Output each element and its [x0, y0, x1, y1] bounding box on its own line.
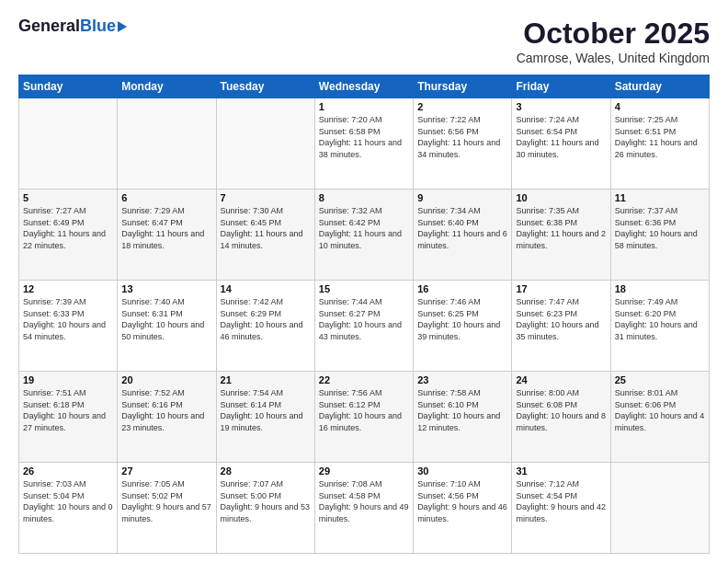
- day-number: 21: [221, 374, 311, 385]
- calendar-cell: 25Sunrise: 8:01 AM Sunset: 6:06 PM Dayli…: [610, 372, 709, 463]
- calendar-header-sunday: Sunday: [19, 75, 118, 98]
- day-number: 31: [516, 465, 606, 477]
- calendar-week-row: 5Sunrise: 7:27 AM Sunset: 6:49 PM Daylig…: [19, 190, 710, 281]
- calendar-header-wednesday: Wednesday: [314, 75, 413, 98]
- calendar-cell: [216, 98, 314, 190]
- day-number: 27: [121, 465, 211, 477]
- day-number: 9: [417, 192, 507, 203]
- calendar-cell: 27Sunrise: 7:05 AM Sunset: 5:02 PM Dayli…: [118, 463, 216, 554]
- day-info: Sunrise: 7:12 AM Sunset: 4:54 PM Dayligh…: [516, 478, 606, 524]
- day-number: 29: [319, 465, 409, 477]
- calendar-header-row: SundayMondayTuesdayWednesdayThursdayFrid…: [19, 75, 710, 98]
- calendar-cell: 6Sunrise: 7:29 AM Sunset: 6:47 PM Daylig…: [118, 190, 216, 281]
- calendar-cell: 24Sunrise: 8:00 AM Sunset: 6:08 PM Dayli…: [512, 372, 610, 463]
- calendar-table: SundayMondayTuesdayWednesdayThursdayFrid…: [18, 75, 710, 554]
- day-number: 3: [516, 101, 606, 112]
- day-info: Sunrise: 7:25 AM Sunset: 6:51 PM Dayligh…: [615, 114, 705, 160]
- day-number: 8: [319, 192, 409, 203]
- day-info: Sunrise: 7:44 AM Sunset: 6:27 PM Dayligh…: [319, 296, 409, 342]
- day-number: 13: [121, 283, 211, 294]
- calendar-cell: 1Sunrise: 7:20 AM Sunset: 6:58 PM Daylig…: [314, 98, 413, 190]
- day-number: 15: [319, 283, 409, 294]
- day-number: 4: [615, 101, 705, 112]
- title-block: October 2025 Camrose, Wales, United King…: [517, 17, 710, 65]
- calendar-cell: 15Sunrise: 7:44 AM Sunset: 6:27 PM Dayli…: [314, 281, 413, 372]
- day-number: 28: [221, 465, 311, 477]
- calendar-cell: 31Sunrise: 7:12 AM Sunset: 4:54 PM Dayli…: [512, 463, 610, 554]
- day-info: Sunrise: 7:51 AM Sunset: 6:18 PM Dayligh…: [23, 387, 113, 433]
- day-number: 12: [23, 283, 113, 294]
- calendar-cell: 20Sunrise: 7:52 AM Sunset: 6:16 PM Dayli…: [118, 372, 216, 463]
- day-info: Sunrise: 7:24 AM Sunset: 6:54 PM Dayligh…: [516, 114, 606, 160]
- calendar-cell: 13Sunrise: 7:40 AM Sunset: 6:31 PM Dayli…: [118, 281, 216, 372]
- day-info: Sunrise: 7:47 AM Sunset: 6:23 PM Dayligh…: [516, 296, 606, 342]
- day-info: Sunrise: 8:01 AM Sunset: 6:06 PM Dayligh…: [615, 387, 705, 433]
- calendar-week-row: 12Sunrise: 7:39 AM Sunset: 6:33 PM Dayli…: [19, 281, 710, 372]
- day-number: 5: [23, 192, 113, 203]
- day-number: 30: [417, 465, 507, 477]
- day-info: Sunrise: 7:05 AM Sunset: 5:02 PM Dayligh…: [121, 478, 211, 524]
- location: Camrose, Wales, United Kingdom: [517, 51, 710, 65]
- calendar-cell: 5Sunrise: 7:27 AM Sunset: 6:49 PM Daylig…: [19, 190, 118, 281]
- day-info: Sunrise: 7:07 AM Sunset: 5:00 PM Dayligh…: [221, 478, 311, 524]
- day-info: Sunrise: 7:30 AM Sunset: 6:45 PM Dayligh…: [221, 205, 311, 251]
- day-number: 14: [221, 283, 311, 294]
- day-info: Sunrise: 7:32 AM Sunset: 6:42 PM Dayligh…: [319, 205, 409, 251]
- calendar-cell: 18Sunrise: 7:49 AM Sunset: 6:20 PM Dayli…: [610, 281, 709, 372]
- day-number: 22: [319, 374, 409, 385]
- day-number: 2: [417, 101, 507, 112]
- calendar-week-row: 1Sunrise: 7:20 AM Sunset: 6:58 PM Daylig…: [19, 98, 710, 190]
- calendar-cell: 23Sunrise: 7:58 AM Sunset: 6:10 PM Dayli…: [414, 372, 512, 463]
- calendar-cell: 10Sunrise: 7:35 AM Sunset: 6:38 PM Dayli…: [512, 190, 610, 281]
- day-number: 16: [417, 283, 507, 294]
- day-info: Sunrise: 7:40 AM Sunset: 6:31 PM Dayligh…: [121, 296, 211, 342]
- day-number: 23: [417, 374, 507, 385]
- calendar-header-monday: Monday: [118, 75, 216, 98]
- day-number: 10: [516, 192, 606, 203]
- calendar-week-row: 19Sunrise: 7:51 AM Sunset: 6:18 PM Dayli…: [19, 372, 710, 463]
- day-info: Sunrise: 7:34 AM Sunset: 6:40 PM Dayligh…: [417, 205, 507, 251]
- calendar-cell: 8Sunrise: 7:32 AM Sunset: 6:42 PM Daylig…: [314, 190, 413, 281]
- day-info: Sunrise: 7:10 AM Sunset: 4:56 PM Dayligh…: [417, 478, 507, 524]
- day-number: 7: [221, 192, 311, 203]
- day-number: 17: [516, 283, 606, 294]
- header: General Blue October 2025 Camrose, Wales…: [18, 17, 710, 65]
- page: General Blue October 2025 Camrose, Wales…: [0, 0, 728, 563]
- day-info: Sunrise: 7:46 AM Sunset: 6:25 PM Dayligh…: [417, 296, 507, 342]
- calendar-cell: 16Sunrise: 7:46 AM Sunset: 6:25 PM Dayli…: [414, 281, 512, 372]
- day-number: 26: [23, 465, 113, 477]
- day-info: Sunrise: 7:35 AM Sunset: 6:38 PM Dayligh…: [516, 205, 606, 251]
- month-title: October 2025: [517, 17, 710, 51]
- calendar-cell: 22Sunrise: 7:56 AM Sunset: 6:12 PM Dayli…: [314, 372, 413, 463]
- calendar-cell: 30Sunrise: 7:10 AM Sunset: 4:56 PM Dayli…: [414, 463, 512, 554]
- calendar-cell: 29Sunrise: 7:08 AM Sunset: 4:58 PM Dayli…: [314, 463, 413, 554]
- logo: General Blue: [18, 17, 127, 36]
- calendar-header-friday: Friday: [512, 75, 610, 98]
- day-info: Sunrise: 7:58 AM Sunset: 6:10 PM Dayligh…: [417, 387, 507, 433]
- calendar-cell: 14Sunrise: 7:42 AM Sunset: 6:29 PM Dayli…: [216, 281, 314, 372]
- day-info: Sunrise: 7:39 AM Sunset: 6:33 PM Dayligh…: [23, 296, 113, 342]
- calendar-cell: [19, 98, 118, 190]
- calendar-header-thursday: Thursday: [414, 75, 512, 98]
- logo-general-text: General: [18, 17, 80, 36]
- day-number: 18: [615, 283, 705, 294]
- day-info: Sunrise: 7:49 AM Sunset: 6:20 PM Dayligh…: [615, 296, 705, 342]
- calendar-cell: 3Sunrise: 7:24 AM Sunset: 6:54 PM Daylig…: [512, 98, 610, 190]
- day-info: Sunrise: 7:08 AM Sunset: 4:58 PM Dayligh…: [319, 478, 409, 524]
- day-number: 1: [319, 101, 409, 112]
- calendar-cell: 9Sunrise: 7:34 AM Sunset: 6:40 PM Daylig…: [414, 190, 512, 281]
- logo-blue-text: Blue: [80, 17, 116, 36]
- calendar-week-row: 26Sunrise: 7:03 AM Sunset: 5:04 PM Dayli…: [19, 463, 710, 554]
- day-info: Sunrise: 7:03 AM Sunset: 5:04 PM Dayligh…: [23, 478, 113, 524]
- calendar-cell: 2Sunrise: 7:22 AM Sunset: 6:56 PM Daylig…: [414, 98, 512, 190]
- day-info: Sunrise: 7:37 AM Sunset: 6:36 PM Dayligh…: [615, 205, 705, 251]
- day-number: 11: [615, 192, 705, 203]
- day-number: 24: [516, 374, 606, 385]
- day-number: 25: [615, 374, 705, 385]
- calendar-cell: 21Sunrise: 7:54 AM Sunset: 6:14 PM Dayli…: [216, 372, 314, 463]
- calendar-cell: 7Sunrise: 7:30 AM Sunset: 6:45 PM Daylig…: [216, 190, 314, 281]
- calendar-cell: 28Sunrise: 7:07 AM Sunset: 5:00 PM Dayli…: [216, 463, 314, 554]
- calendar-cell: 17Sunrise: 7:47 AM Sunset: 6:23 PM Dayli…: [512, 281, 610, 372]
- day-info: Sunrise: 7:42 AM Sunset: 6:29 PM Dayligh…: [221, 296, 311, 342]
- day-info: Sunrise: 7:29 AM Sunset: 6:47 PM Dayligh…: [121, 205, 211, 251]
